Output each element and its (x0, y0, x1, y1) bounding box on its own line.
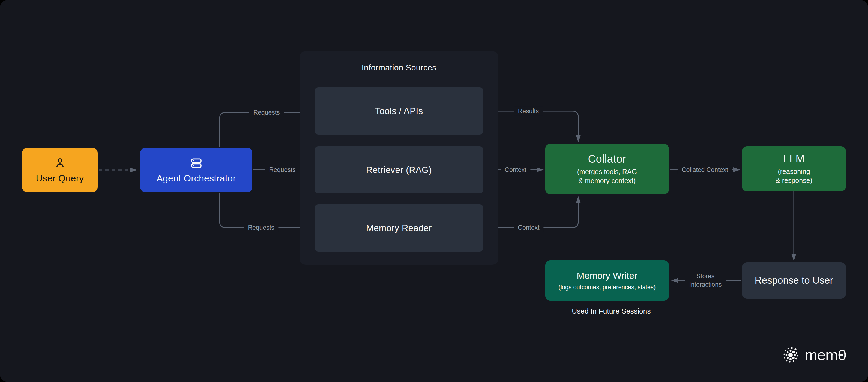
response-to-user-node: Response to User (742, 263, 846, 298)
edge-requests-bottom (220, 193, 313, 228)
llm-subtitle: (reasoning & response) (776, 167, 812, 185)
mem0-logo: mem0 (782, 343, 846, 366)
information-sources-panel: Information Sources Tools / APIs Retriev… (300, 51, 498, 265)
memory-writer-node: Memory Writer (logs outcomes, preference… (545, 260, 669, 301)
server-stack-icon (190, 157, 203, 170)
diagram-canvas: User Query Agent Orchestrator Informatio… (0, 0, 868, 382)
retriever-rag-node: Retriever (RAG) (314, 146, 484, 194)
tools-apis-node: Tools / APIs (314, 87, 484, 135)
person-icon (54, 157, 66, 169)
collator-node: Collator (merges tools, RAG & memory con… (545, 144, 669, 194)
edge-label-results: Results (514, 107, 543, 116)
user-query-label: User Query (36, 173, 84, 184)
used-in-future-sessions-caption: Used In Future Sessions (572, 307, 651, 316)
edge-label-stores-interactions: Stores Interactions (685, 271, 726, 290)
user-query-node: User Query (22, 148, 98, 192)
agent-orchestrator-label: Agent Orchestrator (157, 173, 236, 184)
collator-subtitle-line2: & memory context) (577, 176, 637, 185)
memory-reader-label: Memory Reader (366, 223, 432, 233)
brand-wordmark: mem0 (805, 346, 846, 364)
edge-label-context-mid: Context (501, 165, 530, 174)
mem0-mark-icon (782, 346, 799, 363)
memory-writer-subtitle: (logs outcomes, preferences, states) (559, 284, 656, 291)
brand-wordmark-text: mem0 (805, 346, 846, 363)
tools-apis-label: Tools / APIs (375, 106, 423, 116)
edge-requests-top (220, 112, 313, 147)
information-sources-title: Information Sources (300, 63, 498, 72)
memory-reader-node: Memory Reader (314, 204, 484, 252)
collator-subtitle: (merges tools, RAG & memory context) (577, 167, 637, 185)
retriever-rag-label: Retriever (RAG) (366, 165, 432, 175)
llm-node: LLM (reasoning & response) (742, 146, 846, 191)
edge-label-requests-mid: Requests (265, 165, 300, 174)
response-to-user-label: Response to User (754, 275, 833, 286)
llm-title: LLM (783, 152, 805, 165)
agent-orchestrator-node: Agent Orchestrator (140, 148, 252, 192)
collator-subtitle-line1: (merges tools, RAG (577, 167, 637, 176)
llm-subtitle-line2: & response) (776, 176, 812, 185)
edge-label-context-bottom: Context (514, 223, 544, 232)
edge-label-requests-top: Requests (249, 108, 284, 117)
llm-subtitle-line1: (reasoning (776, 167, 812, 176)
collator-title: Collator (588, 153, 626, 165)
edge-label-collated-context: Collated Context (678, 165, 732, 174)
memory-writer-title: Memory Writer (577, 270, 637, 281)
edge-label-requests-bottom: Requests (244, 223, 278, 232)
